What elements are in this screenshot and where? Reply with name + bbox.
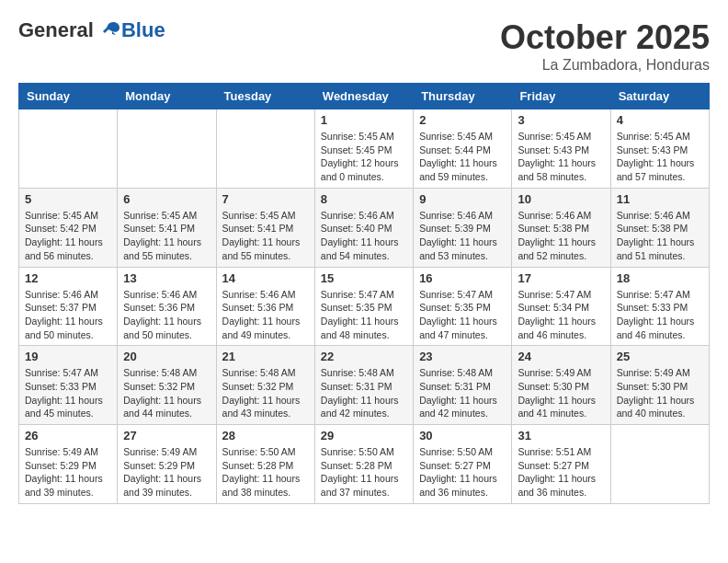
day-number: 7 [222,192,309,206]
day-info: Sunrise: 5:50 AM Sunset: 5:28 PM Dayligh… [321,445,407,500]
day-info: Sunrise: 5:50 AM Sunset: 5:27 PM Dayligh… [419,445,506,500]
calendar-week-2: 5Sunrise: 5:45 AM Sunset: 5:42 PM Daylig… [19,188,710,267]
day-info: Sunrise: 5:45 AM Sunset: 5:43 PM Dayligh… [617,130,703,184]
day-number: 9 [419,192,506,206]
day-info: Sunrise: 5:48 AM Sunset: 5:31 PM Dayligh… [321,366,407,420]
calendar-cell: 9Sunrise: 5:46 AM Sunset: 5:39 PM Daylig… [414,188,512,267]
calendar-cell: 31Sunrise: 5:51 AM Sunset: 5:27 PM Dayli… [512,425,610,504]
day-info: Sunrise: 5:45 AM Sunset: 5:42 PM Dayligh… [25,209,111,263]
day-info: Sunrise: 5:47 AM Sunset: 5:35 PM Dayligh… [419,288,506,342]
day-info: Sunrise: 5:51 AM Sunset: 5:27 PM Dayligh… [518,445,604,500]
day-number: 3 [518,113,604,127]
day-number: 26 [25,429,111,442]
day-number: 23 [419,350,506,363]
day-number: 27 [123,429,210,442]
calendar-week-5: 26Sunrise: 5:49 AM Sunset: 5:29 PM Dayli… [19,425,710,504]
day-number: 22 [321,350,407,363]
calendar-cell: 28Sunrise: 5:50 AM Sunset: 5:28 PM Dayli… [216,425,314,504]
day-number: 24 [518,350,604,363]
weekday-header-sunday: Sunday [19,84,118,109]
day-info: Sunrise: 5:46 AM Sunset: 5:38 PM Dayligh… [518,209,604,263]
calendar-cell: 12Sunrise: 5:46 AM Sunset: 5:37 PM Dayli… [19,267,118,346]
day-number: 31 [518,429,604,442]
day-info: Sunrise: 5:49 AM Sunset: 5:30 PM Dayligh… [518,366,604,420]
logo-blue: Blue [121,18,165,42]
day-number: 29 [321,429,407,442]
calendar-cell: 19Sunrise: 5:47 AM Sunset: 5:33 PM Dayli… [19,346,118,425]
calendar-cell: 2Sunrise: 5:45 AM Sunset: 5:44 PM Daylig… [414,109,512,189]
day-info: Sunrise: 5:50 AM Sunset: 5:28 PM Dayligh… [222,445,309,500]
day-number: 21 [222,350,309,363]
day-info: Sunrise: 5:46 AM Sunset: 5:39 PM Dayligh… [419,209,506,263]
weekday-header-tuesday: Tuesday [216,84,314,109]
day-info: Sunrise: 5:48 AM Sunset: 5:31 PM Dayligh… [419,366,506,420]
day-number: 16 [419,271,506,285]
calendar-cell: 7Sunrise: 5:45 AM Sunset: 5:41 PM Daylig… [216,188,314,267]
day-number: 2 [419,113,506,127]
calendar-week-1: 1Sunrise: 5:45 AM Sunset: 5:45 PM Daylig… [19,109,710,189]
page-header: General Blue October 2025 La Zumbadora, … [18,18,710,74]
location-subtitle: La Zumbadora, Honduras [500,57,710,74]
day-number: 20 [123,350,210,363]
calendar-cell: 5Sunrise: 5:45 AM Sunset: 5:42 PM Daylig… [19,188,118,267]
weekday-header-saturday: Saturday [610,84,709,109]
calendar-cell: 14Sunrise: 5:46 AM Sunset: 5:36 PM Dayli… [216,267,314,346]
title-block: October 2025 La Zumbadora, Honduras [500,18,710,74]
day-number: 30 [419,429,506,442]
day-info: Sunrise: 5:47 AM Sunset: 5:34 PM Dayligh… [518,288,604,342]
day-info: Sunrise: 5:47 AM Sunset: 5:33 PM Dayligh… [25,366,111,420]
day-number: 25 [617,350,703,363]
day-number: 13 [123,271,210,285]
calendar-cell: 25Sunrise: 5:49 AM Sunset: 5:30 PM Dayli… [610,346,709,425]
calendar-cell [216,109,314,189]
calendar-cell: 4Sunrise: 5:45 AM Sunset: 5:43 PM Daylig… [610,109,709,189]
calendar-cell: 22Sunrise: 5:48 AM Sunset: 5:31 PM Dayli… [314,346,413,425]
day-number: 4 [617,113,703,127]
calendar-cell: 13Sunrise: 5:46 AM Sunset: 5:36 PM Dayli… [118,267,216,346]
weekday-header-thursday: Thursday [414,84,512,109]
day-info: Sunrise: 5:49 AM Sunset: 5:29 PM Dayligh… [25,445,111,500]
calendar-cell [610,425,709,504]
calendar-cell: 3Sunrise: 5:45 AM Sunset: 5:43 PM Daylig… [512,109,610,189]
calendar-cell [19,109,118,189]
calendar-week-3: 12Sunrise: 5:46 AM Sunset: 5:37 PM Dayli… [19,267,710,346]
day-number: 28 [222,429,309,442]
day-info: Sunrise: 5:45 AM Sunset: 5:45 PM Dayligh… [321,130,407,184]
day-info: Sunrise: 5:46 AM Sunset: 5:40 PM Dayligh… [321,209,407,263]
calendar-cell: 29Sunrise: 5:50 AM Sunset: 5:28 PM Dayli… [314,425,413,504]
day-number: 18 [617,271,703,285]
day-info: Sunrise: 5:46 AM Sunset: 5:36 PM Dayligh… [123,288,210,342]
weekday-header-wednesday: Wednesday [314,84,413,109]
day-info: Sunrise: 5:46 AM Sunset: 5:37 PM Dayligh… [25,288,111,342]
day-info: Sunrise: 5:47 AM Sunset: 5:35 PM Dayligh… [321,288,407,342]
day-number: 5 [25,192,111,206]
day-info: Sunrise: 5:47 AM Sunset: 5:33 PM Dayligh… [617,288,703,342]
calendar-cell: 11Sunrise: 5:46 AM Sunset: 5:38 PM Dayli… [610,188,709,267]
day-info: Sunrise: 5:45 AM Sunset: 5:44 PM Dayligh… [419,130,506,184]
calendar-cell: 16Sunrise: 5:47 AM Sunset: 5:35 PM Dayli… [414,267,512,346]
calendar-cell: 20Sunrise: 5:48 AM Sunset: 5:32 PM Dayli… [118,346,216,425]
calendar-table: SundayMondayTuesdayWednesdayThursdayFrid… [18,83,710,504]
calendar-cell: 6Sunrise: 5:45 AM Sunset: 5:41 PM Daylig… [118,188,216,267]
logo-bird-icon [96,20,121,40]
calendar-cell: 8Sunrise: 5:46 AM Sunset: 5:40 PM Daylig… [314,188,413,267]
weekday-header-row: SundayMondayTuesdayWednesdayThursdayFrid… [19,84,710,109]
day-number: 19 [25,350,111,363]
day-number: 6 [123,192,210,206]
day-info: Sunrise: 5:46 AM Sunset: 5:36 PM Dayligh… [222,288,309,342]
day-number: 15 [321,271,407,285]
day-number: 10 [518,192,604,206]
calendar-cell: 24Sunrise: 5:49 AM Sunset: 5:30 PM Dayli… [512,346,610,425]
day-info: Sunrise: 5:46 AM Sunset: 5:38 PM Dayligh… [617,209,703,263]
logo-general: General [18,18,94,42]
day-number: 11 [617,192,703,206]
calendar-cell: 10Sunrise: 5:46 AM Sunset: 5:38 PM Dayli… [512,188,610,267]
weekday-header-friday: Friday [512,84,610,109]
day-number: 8 [321,192,407,206]
weekday-header-monday: Monday [118,84,216,109]
day-number: 1 [321,113,407,127]
calendar-cell: 17Sunrise: 5:47 AM Sunset: 5:34 PM Dayli… [512,267,610,346]
day-number: 17 [518,271,604,285]
day-info: Sunrise: 5:48 AM Sunset: 5:32 PM Dayligh… [222,366,309,420]
calendar-cell: 23Sunrise: 5:48 AM Sunset: 5:31 PM Dayli… [414,346,512,425]
